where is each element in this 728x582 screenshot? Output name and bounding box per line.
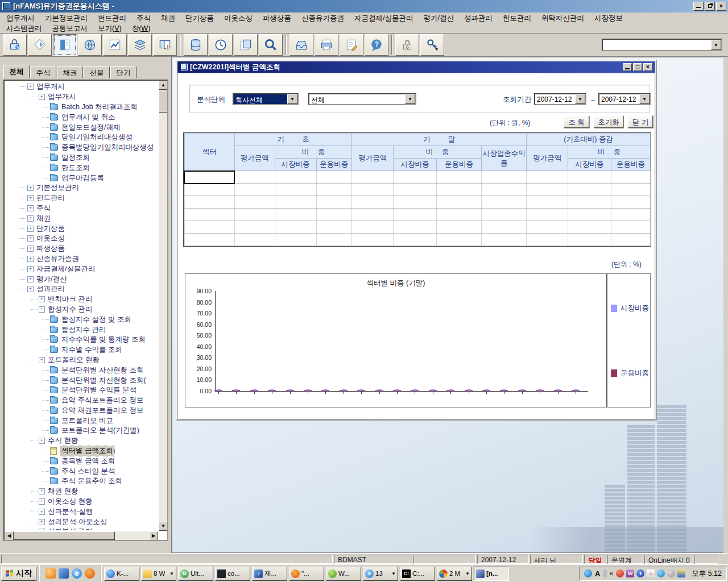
printer-button[interactable] — [315, 34, 338, 56]
table-cell[interactable] — [482, 184, 527, 196]
tree-item[interactable]: 포트폴리오 비교 — [5, 415, 158, 426]
tree-item[interactable]: 당일기일처리대상생성 — [5, 132, 158, 143]
agent-yellow-icon[interactable] — [677, 569, 685, 577]
tree-expand-icon[interactable]: + — [39, 498, 45, 505]
date-from-picker[interactable]: 2007-12-12 ▼ — [534, 93, 586, 105]
tree-expand-icon[interactable]: + — [27, 84, 34, 90]
chevron-down-icon[interactable]: ▼ — [287, 94, 297, 104]
tree-item[interactable]: +아웃소싱 — [5, 234, 158, 244]
app-restore-button[interactable] — [705, 2, 715, 11]
table-cell[interactable] — [437, 221, 482, 234]
tree-expand-icon[interactable]: + — [27, 266, 34, 272]
table-row[interactable] — [184, 221, 651, 234]
scroll-down-icon[interactable]: ▼ — [159, 522, 168, 531]
globe-gray-icon[interactable] — [667, 569, 675, 577]
task-button-media-blue[interactable]: ♪제... — [252, 567, 287, 581]
chart-doc-button[interactable] — [103, 34, 127, 56]
tree-item[interactable]: +파생상품 — [5, 244, 158, 254]
tree-item[interactable]: +채권 — [5, 213, 158, 223]
table-cell[interactable] — [234, 234, 275, 246]
menu-자금결제실물관리[interactable]: 자금결제/실물관리 — [349, 13, 418, 23]
tree-item[interactable]: 주식 운용추이 조회 — [5, 476, 158, 487]
internet-explorer-icon[interactable]: e — [72, 568, 82, 579]
tree-horizontal-scrollbar[interactable]: ◀ ▶ — [5, 531, 158, 540]
tree-expand-icon[interactable]: + — [27, 246, 34, 252]
tree-item[interactable]: 전일모드설정/해제 — [5, 122, 158, 132]
tree-expand-icon[interactable]: + — [27, 286, 34, 292]
tree-item[interactable]: 종목별당일기일처리대상생성 — [5, 143, 158, 153]
launcher-orange-icon[interactable] — [46, 568, 56, 579]
table-cell[interactable] — [234, 184, 275, 196]
menu-채권[interactable]: 채권 — [156, 13, 180, 23]
table-cell[interactable] — [527, 171, 568, 184]
sector-table[interactable]: 섹터 기 초 기 말 (기초대비) 증감 평가금액 비 중 평가금액 비 중 시… — [184, 133, 651, 246]
task-button-console-dark[interactable]: co... — [215, 567, 250, 581]
tree-item[interactable]: +펀드관리 — [5, 193, 158, 203]
chevron-down-icon[interactable]: ▼ — [711, 40, 721, 50]
help-bubble-button[interactable]: ? — [365, 34, 388, 56]
table-cell[interactable] — [352, 171, 394, 184]
tree-expand-icon[interactable]: + — [39, 509, 45, 515]
magnifier-button[interactable] — [259, 34, 283, 56]
tree-expand-icon[interactable]: + — [27, 205, 34, 211]
book-alert-button[interactable]: ! — [153, 34, 177, 56]
tree-item[interactable]: +성과분석 관리 — [5, 527, 158, 530]
tab-전체[interactable]: 전체 — [3, 65, 30, 78]
tree-expand-icon[interactable]: + — [39, 306, 45, 313]
table-cell[interactable] — [275, 196, 316, 209]
tab-선물[interactable]: 선물 — [84, 66, 110, 78]
tree-expand-icon[interactable]: + — [39, 529, 45, 530]
table-cell[interactable] — [611, 234, 651, 246]
table-row[interactable] — [184, 234, 651, 246]
start-button[interactable]: 시작 — [1, 567, 36, 581]
table-cell[interactable] — [234, 221, 275, 234]
task-button-frog-green[interactable]: W... — [326, 567, 361, 581]
tree-item[interactable]: 합성지수 관리 — [5, 325, 158, 335]
vertical-scroll-thumb[interactable] — [159, 90, 168, 113]
scroll-up-icon[interactable]: ▲ — [159, 81, 168, 90]
tree-item[interactable]: +합성지수 관리 — [5, 305, 158, 315]
tree-item[interactable]: +업무개시 — [5, 92, 158, 102]
tree-item[interactable]: +신종유가증권 — [5, 254, 158, 264]
app-close-button[interactable]: × — [716, 2, 726, 11]
tree-item[interactable]: +주식 — [5, 203, 158, 214]
table-cell[interactable] — [394, 184, 437, 196]
tree-item[interactable]: +평가/결산 — [5, 274, 158, 284]
table-row[interactable] — [184, 184, 651, 196]
menu-공통보고서[interactable]: 공통보고서 — [47, 23, 93, 34]
tree-item[interactable]: 일정조회 — [5, 153, 158, 163]
table-cell[interactable] — [437, 184, 482, 196]
tree-item[interactable]: 포트폴리오 분석(기간별) — [5, 426, 158, 436]
table-cell[interactable] — [394, 221, 437, 234]
tree-expand-icon[interactable]: + — [27, 276, 34, 282]
tree-item[interactable]: 요약 주식포트폴리오 정보 — [5, 396, 158, 406]
tree-expand-icon[interactable]: + — [39, 94, 45, 100]
table-cell[interactable] — [527, 184, 568, 196]
analysis-unit-combobox[interactable]: 회사전체 ▼ — [233, 93, 299, 105]
chevron-down-icon[interactable]: ▼ — [575, 94, 585, 104]
tree-expand-icon[interactable]: + — [39, 357, 45, 363]
table-cell[interactable] — [316, 196, 352, 209]
globe-link-button[interactable] — [78, 34, 102, 56]
table-cell[interactable] — [437, 209, 482, 221]
tree-item[interactable]: +포트폴리오 현황 — [5, 355, 158, 365]
table-cell[interactable] — [352, 234, 394, 246]
table-row[interactable] — [184, 196, 651, 209]
table-cell[interactable] — [527, 196, 568, 209]
child-maximize-button[interactable]: □ — [633, 63, 642, 71]
report-panel-button[interactable] — [53, 34, 77, 56]
table-cell[interactable] — [568, 234, 611, 246]
tree-item[interactable]: 한도조회 — [5, 163, 158, 173]
table-row[interactable] — [184, 209, 651, 221]
tree-item[interactable]: 섹터별 금액조회 — [5, 446, 158, 456]
toolbar-combobox-value[interactable] — [603, 40, 711, 50]
table-cell[interactable] — [611, 221, 651, 234]
table-cell[interactable] — [437, 234, 482, 246]
task-button-messenger-blue[interactable]: K-... — [104, 567, 139, 581]
task-button-firefox[interactable]: "... — [289, 567, 324, 581]
menu-시장정보[interactable]: 시장정보 — [589, 13, 628, 23]
tree-item[interactable]: +아웃소싱 현황 — [5, 497, 158, 507]
tree-expand-icon[interactable]: + — [39, 438, 45, 444]
table-cell[interactable] — [316, 234, 352, 246]
tray-out-button[interactable] — [289, 34, 313, 56]
